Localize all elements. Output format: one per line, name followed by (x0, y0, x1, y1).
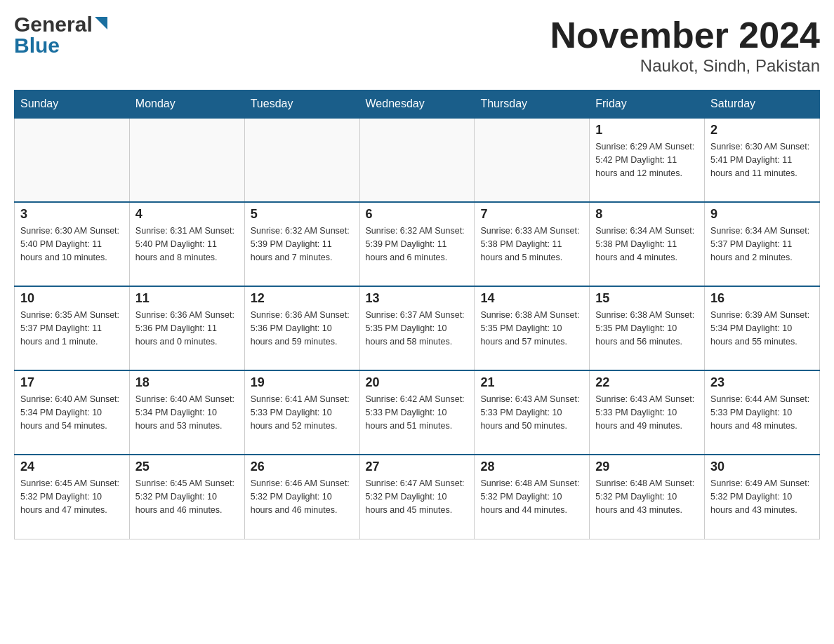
day-number: 5 (251, 207, 354, 222)
calendar-cell: 24Sunrise: 6:45 AM Sunset: 5:32 PM Dayli… (15, 455, 130, 539)
day-info: Sunrise: 6:37 AM Sunset: 5:35 PM Dayligh… (366, 309, 469, 348)
calendar-cell: 22Sunrise: 6:43 AM Sunset: 5:33 PM Dayli… (590, 370, 705, 455)
day-info: Sunrise: 6:39 AM Sunset: 5:34 PM Dayligh… (710, 309, 814, 348)
logo-blue-text: Blue (14, 35, 110, 56)
calendar-cell: 19Sunrise: 6:41 AM Sunset: 5:33 PM Dayli… (244, 370, 359, 455)
day-number: 21 (480, 375, 583, 390)
day-info: Sunrise: 6:48 AM Sunset: 5:32 PM Dayligh… (595, 477, 699, 516)
day-number: 19 (251, 375, 354, 390)
day-number: 7 (480, 207, 583, 222)
calendar-cell (475, 118, 590, 202)
calendar-cell: 18Sunrise: 6:40 AM Sunset: 5:34 PM Dayli… (129, 370, 244, 455)
day-info: Sunrise: 6:34 AM Sunset: 5:38 PM Dayligh… (595, 224, 699, 264)
day-of-week-header: Friday (590, 90, 705, 119)
day-info: Sunrise: 6:35 AM Sunset: 5:37 PM Dayligh… (20, 309, 124, 348)
day-number: 30 (710, 459, 814, 474)
day-of-week-header: Sunday (15, 90, 130, 119)
calendar-cell: 23Sunrise: 6:44 AM Sunset: 5:33 PM Dayli… (705, 370, 820, 455)
calendar-cell: 20Sunrise: 6:42 AM Sunset: 5:33 PM Dayli… (359, 370, 475, 455)
day-of-week-header: Thursday (475, 90, 590, 119)
day-info: Sunrise: 6:38 AM Sunset: 5:35 PM Dayligh… (595, 309, 699, 348)
calendar-cell (359, 118, 475, 202)
day-number: 6 (366, 207, 469, 222)
day-info: Sunrise: 6:43 AM Sunset: 5:33 PM Dayligh… (595, 393, 699, 432)
day-number: 10 (20, 291, 124, 306)
day-number: 29 (595, 459, 699, 474)
calendar-cell: 5Sunrise: 6:32 AM Sunset: 5:39 PM Daylig… (244, 202, 359, 286)
day-number: 25 (135, 459, 239, 474)
day-info: Sunrise: 6:36 AM Sunset: 5:36 PM Dayligh… (251, 309, 354, 348)
day-number: 8 (595, 207, 699, 222)
calendar-cell: 2Sunrise: 6:30 AM Sunset: 5:41 PM Daylig… (705, 118, 820, 202)
calendar-cell: 11Sunrise: 6:36 AM Sunset: 5:36 PM Dayli… (129, 286, 244, 370)
day-of-week-header: Saturday (705, 90, 820, 119)
day-info: Sunrise: 6:45 AM Sunset: 5:32 PM Dayligh… (135, 477, 239, 516)
week-row: 1Sunrise: 6:29 AM Sunset: 5:42 PM Daylig… (15, 118, 820, 202)
day-info: Sunrise: 6:33 AM Sunset: 5:38 PM Dayligh… (480, 224, 583, 264)
calendar-cell: 14Sunrise: 6:38 AM Sunset: 5:35 PM Dayli… (475, 286, 590, 370)
day-number: 26 (251, 459, 354, 474)
day-info: Sunrise: 6:34 AM Sunset: 5:37 PM Dayligh… (710, 224, 814, 264)
day-info: Sunrise: 6:30 AM Sunset: 5:40 PM Dayligh… (20, 224, 124, 264)
day-number: 2 (710, 123, 814, 137)
day-info: Sunrise: 6:41 AM Sunset: 5:33 PM Dayligh… (251, 393, 354, 432)
day-info: Sunrise: 6:46 AM Sunset: 5:32 PM Dayligh… (251, 477, 354, 516)
calendar-cell: 3Sunrise: 6:30 AM Sunset: 5:40 PM Daylig… (15, 202, 130, 286)
calendar-cell: 30Sunrise: 6:49 AM Sunset: 5:32 PM Dayli… (705, 455, 820, 539)
calendar-cell: 12Sunrise: 6:36 AM Sunset: 5:36 PM Dayli… (244, 286, 359, 370)
calendar-cell: 7Sunrise: 6:33 AM Sunset: 5:38 PM Daylig… (475, 202, 590, 286)
calendar-header-row: SundayMondayTuesdayWednesdayThursdayFrid… (15, 90, 820, 119)
day-number: 16 (710, 291, 814, 306)
day-info: Sunrise: 6:44 AM Sunset: 5:33 PM Dayligh… (710, 393, 814, 432)
page-header: General Blue November 2024 Naukot, Sindh… (14, 14, 820, 76)
calendar-cell (129, 118, 244, 202)
calendar-cell (15, 118, 130, 202)
logo-arrow-icon (95, 15, 110, 36)
calendar-table: SundayMondayTuesdayWednesdayThursdayFrid… (14, 90, 820, 539)
calendar-subtitle: Naukot, Sindh, Pakistan (550, 56, 820, 76)
calendar-cell: 1Sunrise: 6:29 AM Sunset: 5:42 PM Daylig… (590, 118, 705, 202)
day-number: 28 (480, 459, 583, 474)
week-row: 10Sunrise: 6:35 AM Sunset: 5:37 PM Dayli… (15, 286, 820, 370)
day-number: 13 (366, 291, 469, 306)
calendar-cell (244, 118, 359, 202)
title-section: November 2024 Naukot, Sindh, Pakistan (550, 14, 820, 76)
calendar-cell: 27Sunrise: 6:47 AM Sunset: 5:32 PM Dayli… (359, 455, 475, 539)
calendar-cell: 16Sunrise: 6:39 AM Sunset: 5:34 PM Dayli… (705, 286, 820, 370)
day-number: 27 (366, 459, 469, 474)
day-number: 12 (251, 291, 354, 306)
day-info: Sunrise: 6:47 AM Sunset: 5:32 PM Dayligh… (366, 477, 469, 516)
week-row: 24Sunrise: 6:45 AM Sunset: 5:32 PM Dayli… (15, 455, 820, 539)
day-info: Sunrise: 6:43 AM Sunset: 5:33 PM Dayligh… (480, 393, 583, 432)
calendar-cell: 6Sunrise: 6:32 AM Sunset: 5:39 PM Daylig… (359, 202, 475, 286)
day-number: 9 (710, 207, 814, 222)
day-info: Sunrise: 6:45 AM Sunset: 5:32 PM Dayligh… (20, 477, 124, 516)
day-number: 15 (595, 291, 699, 306)
day-number: 17 (20, 375, 124, 390)
day-of-week-header: Wednesday (359, 90, 475, 119)
logo: General Blue (14, 14, 110, 56)
calendar-cell: 25Sunrise: 6:45 AM Sunset: 5:32 PM Dayli… (129, 455, 244, 539)
calendar-cell: 9Sunrise: 6:34 AM Sunset: 5:37 PM Daylig… (705, 202, 820, 286)
day-info: Sunrise: 6:49 AM Sunset: 5:32 PM Dayligh… (710, 477, 814, 516)
day-number: 11 (135, 291, 239, 306)
calendar-cell: 28Sunrise: 6:48 AM Sunset: 5:32 PM Dayli… (475, 455, 590, 539)
day-info: Sunrise: 6:48 AM Sunset: 5:32 PM Dayligh… (480, 477, 583, 516)
calendar-cell: 8Sunrise: 6:34 AM Sunset: 5:38 PM Daylig… (590, 202, 705, 286)
calendar-cell: 10Sunrise: 6:35 AM Sunset: 5:37 PM Dayli… (15, 286, 130, 370)
day-number: 4 (135, 207, 239, 222)
day-info: Sunrise: 6:38 AM Sunset: 5:35 PM Dayligh… (480, 309, 583, 348)
day-info: Sunrise: 6:32 AM Sunset: 5:39 PM Dayligh… (366, 224, 469, 264)
day-number: 18 (135, 375, 239, 390)
day-number: 14 (480, 291, 583, 306)
day-of-week-header: Monday (129, 90, 244, 119)
day-info: Sunrise: 6:32 AM Sunset: 5:39 PM Dayligh… (251, 224, 354, 264)
calendar-cell: 26Sunrise: 6:46 AM Sunset: 5:32 PM Dayli… (244, 455, 359, 539)
calendar-cell: 13Sunrise: 6:37 AM Sunset: 5:35 PM Dayli… (359, 286, 475, 370)
day-of-week-header: Tuesday (244, 90, 359, 119)
day-number: 20 (366, 375, 469, 390)
day-number: 24 (20, 459, 124, 474)
day-info: Sunrise: 6:40 AM Sunset: 5:34 PM Dayligh… (20, 393, 124, 432)
day-number: 22 (595, 375, 699, 390)
week-row: 3Sunrise: 6:30 AM Sunset: 5:40 PM Daylig… (15, 202, 820, 286)
